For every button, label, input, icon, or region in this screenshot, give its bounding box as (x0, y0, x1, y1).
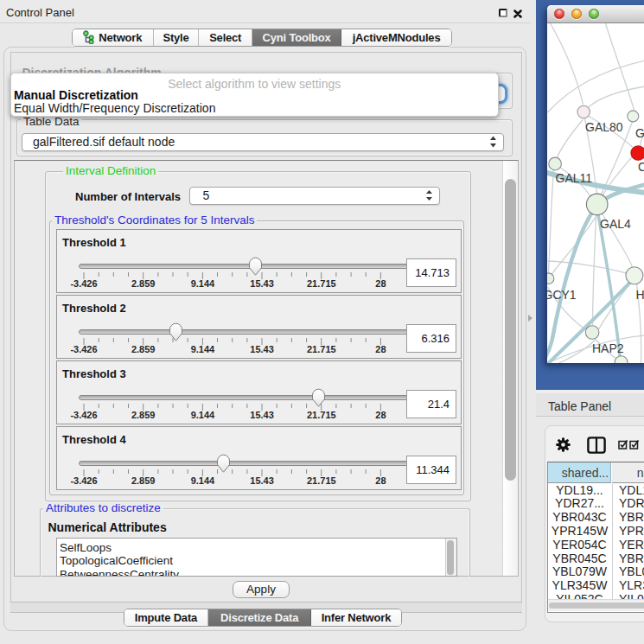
svg-text:GA: GA (635, 126, 644, 140)
svg-text:GCY1: GCY1 (547, 288, 577, 302)
svg-text:HAP2: HAP2 (592, 341, 624, 355)
svg-text:H: H (635, 288, 644, 302)
svg-text:C: C (638, 160, 644, 174)
svg-text:GAL80: GAL80 (585, 120, 623, 134)
svg-text:GAL4: GAL4 (600, 217, 631, 231)
svg-text:GAL11: GAL11 (555, 171, 592, 185)
